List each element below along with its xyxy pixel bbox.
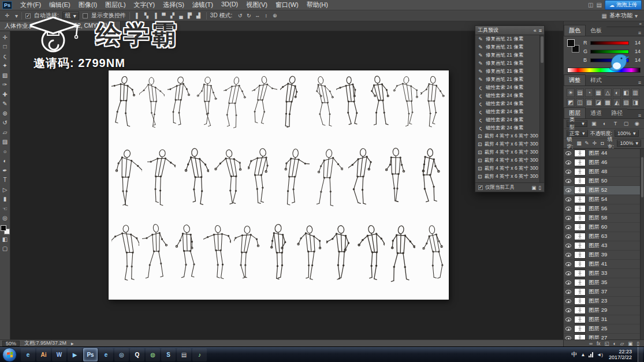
layer-thumbnail[interactable] xyxy=(574,205,586,212)
adjustment-layer-icon[interactable]: ◐ xyxy=(613,341,616,346)
lock-all-icon[interactable]: ◘ xyxy=(600,139,605,147)
layer-row[interactable]: 图层 63 xyxy=(564,232,644,241)
menu-item-0[interactable]: 文件(F) xyxy=(16,1,45,9)
layer-thumbnail[interactable] xyxy=(574,150,586,157)
curves-icon[interactable]: ◔ xyxy=(585,88,593,97)
layer-thumbnail[interactable] xyxy=(574,288,586,296)
layer-visibility-icon[interactable] xyxy=(565,151,571,155)
filter-shape-icon[interactable]: ▢ xyxy=(622,120,631,128)
layer-visibility-icon[interactable] xyxy=(565,327,571,331)
tab-styles[interactable]: 样式 xyxy=(586,75,606,85)
layer-thumbnail[interactable] xyxy=(574,279,586,286)
tool-preset-item[interactable]: ✎修复画笔 21 像素 xyxy=(475,35,539,43)
align-left-edges-icon[interactable]: ▌ xyxy=(133,12,142,20)
vibrance-icon[interactable]: △ xyxy=(604,88,612,97)
layer-thumbnail[interactable] xyxy=(574,186,586,194)
layer-visibility-icon[interactable] xyxy=(565,271,571,275)
layer-row[interactable]: 图层 60 xyxy=(564,223,644,232)
menu-item-8[interactable]: 视图(V) xyxy=(242,1,271,9)
layer-thumbnail[interactable] xyxy=(574,233,586,240)
layer-thumbnail[interactable] xyxy=(574,196,586,203)
layer-visibility-icon[interactable] xyxy=(565,225,571,229)
volume-icon[interactable]: ◄) xyxy=(597,352,603,357)
layer-row[interactable]: 图层 31 xyxy=(564,315,644,324)
close-tab-icon[interactable]: × xyxy=(112,23,116,29)
foreground-color-swatch[interactable] xyxy=(1,225,6,231)
tool-preset-item[interactable]: ⊡裁剪 4 英寸 x 6 英寸 300 ppi xyxy=(475,140,539,148)
selective-color-icon[interactable]: ◨ xyxy=(631,98,639,107)
layer-filter-dropdown[interactable]: 类型 ▾ xyxy=(567,120,587,127)
color-balance-icon[interactable]: ◧ xyxy=(622,88,630,97)
invert-icon[interactable]: ◪ xyxy=(594,98,602,107)
tool-preset-caret-icon[interactable]: ▾ xyxy=(15,13,18,19)
distribute-vertical-icon[interactable]: ▟ xyxy=(194,12,203,20)
layer-visibility-icon[interactable] xyxy=(565,197,571,201)
layer-visibility-icon[interactable] xyxy=(565,244,571,248)
slider-track[interactable] xyxy=(590,41,629,45)
lock-transparent-icon[interactable]: ▦ xyxy=(576,139,582,147)
brightness-contrast-icon[interactable]: ☀ xyxy=(567,88,575,97)
new-layer-icon[interactable]: ▣ xyxy=(628,341,632,346)
tab-channels[interactable]: 通道 xyxy=(586,108,606,118)
scale-3d-icon[interactable]: ⊕ xyxy=(270,12,279,20)
layer-thumbnail[interactable] xyxy=(574,316,586,323)
posterize-icon[interactable]: ▩ xyxy=(604,98,612,107)
roll-3d-icon[interactable]: ↻ xyxy=(244,12,253,20)
taskbar-item-photoshop[interactable]: Ps xyxy=(83,348,98,361)
tool-magic-wand[interactable]: ✦ xyxy=(0,61,10,71)
layer-thumbnail[interactable] xyxy=(574,159,586,166)
tool-preset-item[interactable]: ⊡裁剪 4 英寸 x 6 英寸 300 ppi xyxy=(475,156,539,165)
hidden-icons-arrow[interactable]: ▲ xyxy=(580,352,585,357)
tool-zoom[interactable]: ◎ xyxy=(0,214,10,223)
tool-lasso[interactable]: ς xyxy=(0,51,10,61)
quick-mask-button[interactable]: ◧ xyxy=(0,234,10,244)
extensions-icon[interactable]: ▤ xyxy=(597,2,602,8)
drag-3d-icon[interactable]: ↔ xyxy=(253,12,262,20)
screen-mode-button[interactable]: ▢ xyxy=(0,244,10,254)
lock-pixels-icon[interactable]: ✎ xyxy=(584,139,589,147)
layer-mask-icon[interactable]: ◱ xyxy=(605,341,609,346)
align-top-edges-icon[interactable]: ▀ xyxy=(159,12,168,20)
status-arrow-icon[interactable]: ▸ xyxy=(71,341,74,346)
fill-dropdown[interactable]: 100% ▾ xyxy=(617,140,641,147)
align-bottom-edges-icon[interactable]: ▄ xyxy=(177,12,185,20)
layer-thumbnail[interactable] xyxy=(574,223,586,231)
menu-item-5[interactable]: 选择(S) xyxy=(159,1,188,9)
tool-preset-item[interactable]: ✎修复画笔 21 像素 xyxy=(475,59,539,68)
auto-select-dropdown[interactable]: 组 ▾ xyxy=(62,12,79,20)
tool-presets-header[interactable]: 工具预设 « ≡ xyxy=(475,26,544,35)
lock-position-icon[interactable]: ✛ xyxy=(592,139,597,147)
taskbar-item-internet-explorer[interactable]: e xyxy=(21,348,35,361)
tool-pen[interactable]: ✒ xyxy=(0,166,10,176)
layer-thumbnail[interactable] xyxy=(574,297,586,305)
tab-color[interactable]: 颜色 xyxy=(564,25,586,36)
layer-visibility-icon[interactable] xyxy=(565,281,571,285)
exposure-icon[interactable]: ▦ xyxy=(594,88,602,97)
hue-saturation-icon[interactable]: ◐ xyxy=(613,88,621,97)
layer-row[interactable]: 图层 33 xyxy=(564,269,644,278)
tool-brush[interactable]: ✎ xyxy=(0,99,10,109)
filter-type-icon[interactable]: T xyxy=(611,120,620,128)
tool-eyedropper[interactable]: ✑ xyxy=(0,80,10,90)
tool-hand[interactable]: ☜ xyxy=(0,204,10,214)
collapse-panel-icon[interactable]: « xyxy=(534,28,537,33)
layer-visibility-icon[interactable] xyxy=(565,253,571,257)
layer-row[interactable]: 图层 46 xyxy=(564,158,644,167)
tool-blur[interactable]: ○ xyxy=(0,147,10,156)
document-canvas[interactable] xyxy=(109,70,449,300)
layer-thumbnail[interactable] xyxy=(574,307,586,314)
panel-menu-icon[interactable]: ≡ xyxy=(635,30,644,36)
threshold-icon[interactable]: ◭ xyxy=(613,98,621,107)
layer-row[interactable]: 图层 43 xyxy=(564,241,644,251)
tool-move[interactable]: ✛ xyxy=(0,32,10,42)
color-panel-swatches[interactable] xyxy=(567,39,580,59)
link-layers-icon[interactable]: ∞ xyxy=(589,341,593,346)
tool-preset-item[interactable]: ✎修复画笔 21 像素 xyxy=(475,51,539,59)
language-indicator[interactable]: 中 xyxy=(571,350,577,359)
start-button[interactable] xyxy=(2,348,17,362)
layer-thumbnail[interactable] xyxy=(574,251,586,259)
tool-preset-item[interactable]: ✎修复画笔 21 像素 xyxy=(475,76,539,84)
layer-row[interactable]: 图层 50 xyxy=(564,177,644,186)
color-slider-r[interactable]: R14 xyxy=(583,39,641,46)
tool-preset-item[interactable]: ς磁性套索 24 像素 xyxy=(475,84,539,92)
